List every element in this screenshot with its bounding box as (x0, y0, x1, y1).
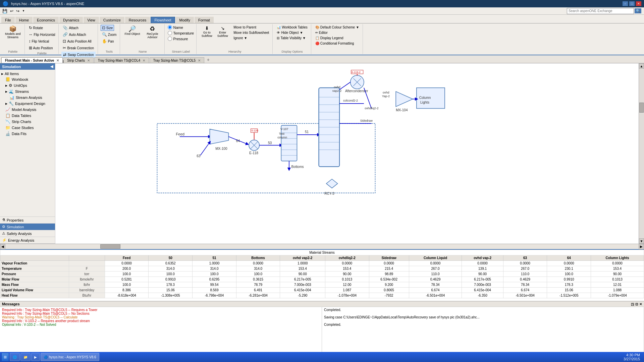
colour-scheme-btn[interactable]: 🎨 Default Colour Scheme ▼ (314, 25, 361, 30)
sidebar-unitops[interactable]: ▶ ⚙ UnitOps (0, 82, 55, 88)
tab-resources[interactable]: Resources (125, 17, 150, 23)
models-streams-btn[interactable]: 📦 Models andStreams (3, 25, 22, 40)
close-btn[interactable]: ✕ (636, 1, 641, 6)
auto-position-btn[interactable]: ⊞ Auto Position (28, 45, 54, 51)
scroll-down-btn[interactable]: ▼ (639, 238, 644, 244)
tab-dynamics[interactable]: Dynamics (59, 17, 83, 23)
sidebar-strip-charts[interactable]: 📉 Strip Charts (0, 119, 55, 125)
sidebar-data-tables[interactable]: 📋 Data Tables (0, 113, 55, 119)
enter-subflow-icon: ↘ (221, 26, 225, 31)
messages-close-btn[interactable]: ✕ (639, 302, 642, 306)
hscroll-thumb[interactable] (100, 244, 120, 249)
tab-customize[interactable]: Customize (100, 17, 124, 23)
tab-strip-charts[interactable]: Strip Charts ✕ (63, 57, 94, 63)
sidebar-workbook[interactable]: 📒 Workbook (0, 76, 55, 82)
tab-tray-col4[interactable]: Tray Sizing-Main TS@COL4 ✕ (94, 57, 149, 63)
taskbar-explorer[interactable]: 📁 (20, 353, 31, 361)
table-visibility-btn[interactable]: ⊟ Table Visibility ▼ (275, 36, 307, 41)
tab-flowsheet[interactable]: Flowsheet (151, 17, 175, 23)
pressure-radio[interactable] (168, 37, 172, 41)
size-btn[interactable]: ⊡ Size (101, 25, 114, 31)
maximize-btn[interactable]: □ (629, 1, 635, 6)
vertical-scrollbar[interactable]: ▲ ▼ (639, 63, 644, 244)
close-tab-flowsheet-main[interactable]: ✕ (56, 59, 59, 62)
scroll-thumb[interactable] (639, 103, 644, 113)
minimize-btn[interactable]: − (623, 1, 628, 6)
start-button[interactable]: ⊞ (1, 353, 9, 361)
display-legend-btn[interactable]: 📋 Display Legend (314, 36, 345, 41)
close-tab-strip-charts[interactable]: ✕ (87, 59, 90, 62)
save-btn[interactable]: 💾 (1, 8, 8, 14)
simulation-section[interactable]: ⚙ Simulation (0, 224, 55, 230)
search-input[interactable] (567, 8, 634, 14)
scroll-track[interactable] (639, 69, 644, 238)
ovhd-vap2-label2: vap2-2 (332, 89, 341, 93)
tab-tray-col5[interactable]: Tray Sizing-Main TS@COL5 ✕ (150, 57, 204, 63)
recycle-advisor-btn[interactable]: ♻ ReCycle Advisor (142, 25, 162, 40)
tab-home[interactable]: Home (15, 17, 33, 23)
conditional-formatting-btn[interactable]: 🔴 Conditional Formatting (314, 41, 356, 46)
auto-position-all-btn[interactable]: ⊡ Auto Position All (61, 38, 93, 44)
swap-connection-btn[interactable]: ⇄ Swap Connection (61, 52, 95, 58)
safety-analysis-section[interactable]: ⚠ Safety Analysis (0, 230, 55, 237)
hscroll-track[interactable] (5, 244, 639, 249)
sidebar-all-items[interactable]: ▶ All Items (0, 71, 55, 76)
name-radio[interactable] (168, 25, 172, 29)
search-icon[interactable]: 🔍 (635, 8, 641, 13)
messages-undock-btn[interactable]: ⊡ (635, 302, 638, 306)
tab-file[interactable]: File (1, 17, 15, 23)
messages-dock-btn[interactable]: ◳ (631, 302, 634, 306)
sidebar-data-fits[interactable]: 🔬 Data Fits (0, 131, 55, 137)
sidebar-model-analysis[interactable]: 📈 Model Analysis (0, 107, 55, 113)
tab-modify[interactable]: Modify (176, 17, 194, 23)
close-tab-tray-col4[interactable]: ✕ (143, 59, 145, 62)
redo-btn[interactable]: ↪ (15, 8, 20, 14)
add-tab-btn[interactable]: + (205, 56, 212, 63)
move-to-parent-btn[interactable]: Move to Parent (232, 25, 270, 30)
sidebar-streams[interactable]: ▶ 🌊 Streams (0, 88, 55, 95)
mf-bottoms: 0.3615 (236, 277, 280, 282)
tab-view[interactable]: View (84, 17, 99, 23)
energy-analysis-section[interactable]: ⚡ Energy Analysis (0, 237, 55, 244)
sidebar-collapse-btn[interactable]: ◀ (50, 64, 53, 69)
properties-section[interactable]: ⚗ Properties (0, 217, 55, 224)
taskbar-media[interactable]: ▶ (31, 353, 40, 361)
move-into-subflow-btn[interactable]: Move into Subflowsheet (232, 30, 270, 35)
tab-economics[interactable]: Economics (33, 17, 59, 23)
attach-btn[interactable]: 📎 Attach (61, 25, 79, 31)
flowsheet-canvas[interactable]: Feed MX-100 63 64 E-118 0-120 50 (55, 63, 639, 244)
temperature-radio[interactable] (168, 31, 172, 35)
break-connection-btn[interactable]: ✂ Break Connection (61, 45, 95, 51)
auto-attach-btn[interactable]: 🔗 Auto Attach (61, 32, 87, 38)
tab-format[interactable]: Format (195, 17, 214, 23)
close-tab-tray-col5[interactable]: ✕ (198, 59, 201, 62)
undo-btn[interactable]: ↩ (9, 8, 14, 14)
pan-btn[interactable]: ✋ Pan (101, 38, 115, 44)
rotate-btn[interactable]: ↻ Rotate (28, 25, 44, 31)
sidebar-equipment-design[interactable]: ▶ 🔧 Equipment Design (0, 101, 55, 107)
sidebar-stream-analysis[interactable]: 📊 Stream Analysis (0, 95, 55, 101)
enter-subflow-btn[interactable]: ↘ EnterSubflow (215, 25, 230, 39)
taskbar-hysys[interactable]: 🔵 hysys.hsc - Aspen HYSYS V8.6 (41, 353, 99, 361)
ignore-btn[interactable]: Ignore ▼ (232, 36, 270, 41)
zoom-btn[interactable]: 🔍 Zoom (101, 32, 118, 38)
tab-flowsheet-main[interactable]: Flowsheet Main - Solver Active ✕ (1, 57, 63, 63)
flip-vertical-btn[interactable]: ↕ Flip Vertical (28, 38, 51, 44)
workbook-tables-btn[interactable]: 📊 Workbook Tables (275, 25, 309, 30)
qat-dropdown[interactable]: ▼ (21, 9, 26, 13)
editor-btn[interactable]: ✏ Editor (314, 30, 329, 35)
hide-object-btn[interactable]: 👁 Hide Object ▼ (275, 30, 304, 35)
sidebar-case-studies[interactable]: 📁 Case Studies (0, 125, 55, 131)
flip-horizontal-btn[interactable]: ↔ Flip Horizontal (28, 32, 57, 38)
vapour-fraction-header: Vapour Fraction (0, 261, 69, 266)
find-object-btn[interactable]: 🔎 Find Object (123, 25, 142, 37)
hscroll-left-btn[interactable]: ◀ (0, 244, 5, 249)
hide-icon: 👁 (277, 31, 280, 35)
col-sidedraw: Sidedraw (369, 255, 409, 261)
taskbar-ie[interactable]: 🌐 (10, 353, 20, 361)
p-ovhd-vap2-2: 90.00 (462, 272, 503, 277)
horizontal-scrollbar[interactable]: ◀ ▶ (0, 244, 644, 249)
hscroll-right-btn[interactable]: ▶ (639, 244, 644, 249)
scroll-up-btn[interactable]: ▲ (639, 63, 644, 69)
go-to-subflow-btn[interactable]: ⬇ Go toSubflow (199, 25, 214, 39)
